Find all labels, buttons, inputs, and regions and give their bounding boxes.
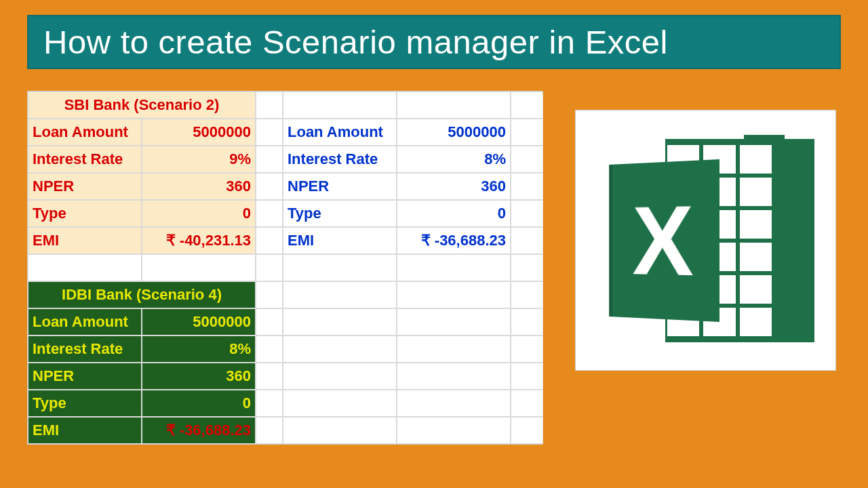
- cell-blank: [283, 308, 397, 336]
- cell-blank: [511, 173, 543, 200]
- cell-blank: [397, 308, 511, 336]
- cell-blank: [283, 254, 397, 281]
- blue-nper-value: 360: [397, 173, 511, 200]
- cell-blank: [256, 119, 283, 146]
- blue-emi-label: EMI: [283, 227, 397, 254]
- page-title: How to create Scenario manager in Excel: [27, 15, 841, 69]
- sbi-loan-value: 5000000: [142, 119, 256, 146]
- cell-blank: [511, 390, 543, 417]
- cell-blank: [511, 146, 543, 173]
- cell-blank: [256, 146, 283, 173]
- blue-nper-label: NPER: [283, 173, 397, 200]
- blue-emi-value: ₹ -36,688.23: [397, 227, 511, 254]
- cell-blank: [142, 254, 256, 281]
- sbi-nper-label: NPER: [28, 173, 142, 200]
- sbi-emi-value: ₹ -40,231.13: [142, 227, 256, 254]
- cell-blank: [511, 92, 543, 119]
- idbi-emi-value: ₹ -36,688.23: [142, 417, 256, 444]
- blue-type-value: 0: [397, 200, 511, 227]
- cell-blank: [511, 254, 543, 281]
- cell-blank: [511, 119, 543, 146]
- cell-blank: [397, 390, 511, 417]
- sbi-type-label: Type: [28, 200, 142, 227]
- sbi-type-value: 0: [142, 200, 256, 227]
- cell-blank: [283, 390, 397, 417]
- blue-rate-label: Interest Rate: [283, 146, 397, 173]
- cell-blank: [397, 92, 511, 119]
- cell-blank: [256, 308, 283, 336]
- cell-blank: [256, 336, 283, 363]
- cell-blank: [256, 227, 283, 254]
- blue-type-label: Type: [283, 200, 397, 227]
- sbi-nper-value: 360: [142, 173, 256, 200]
- idbi-loan-value: 5000000: [142, 308, 256, 336]
- cell-blank: [397, 417, 511, 444]
- cell-blank: [511, 417, 543, 444]
- idbi-header: IDBI Bank (Scenario 4): [28, 281, 256, 308]
- cell-blank: [28, 254, 142, 281]
- cell-blank: [283, 92, 397, 119]
- cell-blank: [256, 173, 283, 200]
- blue-rate-value: 8%: [397, 146, 511, 173]
- idbi-emi-label: EMI: [28, 417, 142, 444]
- idbi-rate-value: 8%: [142, 336, 256, 363]
- cell-blank: [397, 281, 511, 308]
- idbi-loan-label: Loan Amount: [28, 308, 142, 336]
- spreadsheet-grid: SBI Bank (Scenario 2) Loan Amount 500000…: [28, 92, 542, 444]
- cell-blank: [511, 363, 543, 390]
- sbi-rate-label: Interest Rate: [28, 146, 142, 173]
- sbi-rate-value: 9%: [142, 146, 256, 173]
- cell-blank: [256, 417, 283, 444]
- blue-loan-label: Loan Amount: [283, 119, 397, 146]
- idbi-nper-label: NPER: [28, 363, 142, 390]
- cell-blank: [397, 336, 511, 363]
- cell-blank: [256, 92, 283, 119]
- cell-blank: [256, 281, 283, 308]
- cell-blank: [511, 227, 543, 254]
- cell-blank: [283, 281, 397, 308]
- sbi-loan-label: Loan Amount: [28, 119, 142, 146]
- excel-icon: X: [597, 139, 814, 342]
- cell-blank: [256, 200, 283, 227]
- cell-blank: [256, 390, 283, 417]
- cell-blank: [283, 336, 397, 363]
- content-area: SBI Bank (Scenario 2) Loan Amount 500000…: [27, 91, 841, 445]
- blue-loan-value: 5000000: [397, 119, 511, 146]
- idbi-type-value: 0: [142, 390, 256, 417]
- cell-blank: [397, 363, 511, 390]
- spreadsheet-area: SBI Bank (Scenario 2) Loan Amount 500000…: [27, 91, 542, 445]
- cell-blank: [256, 254, 283, 281]
- excel-logo-letter: X: [632, 190, 693, 291]
- idbi-rate-label: Interest Rate: [28, 336, 142, 363]
- cell-blank: [256, 363, 283, 390]
- cell-blank: [283, 417, 397, 444]
- cell-blank: [511, 281, 543, 308]
- cell-blank: [397, 254, 511, 281]
- cell-blank: [283, 363, 397, 390]
- idbi-nper-value: 360: [142, 363, 256, 390]
- cell-blank: [511, 336, 543, 363]
- cell-blank: [511, 200, 543, 227]
- idbi-type-label: Type: [28, 390, 142, 417]
- cell-blank: [511, 308, 543, 336]
- excel-logo-panel: X: [575, 110, 836, 371]
- sbi-emi-label: EMI: [28, 227, 142, 254]
- sbi-header: SBI Bank (Scenario 2): [28, 92, 256, 119]
